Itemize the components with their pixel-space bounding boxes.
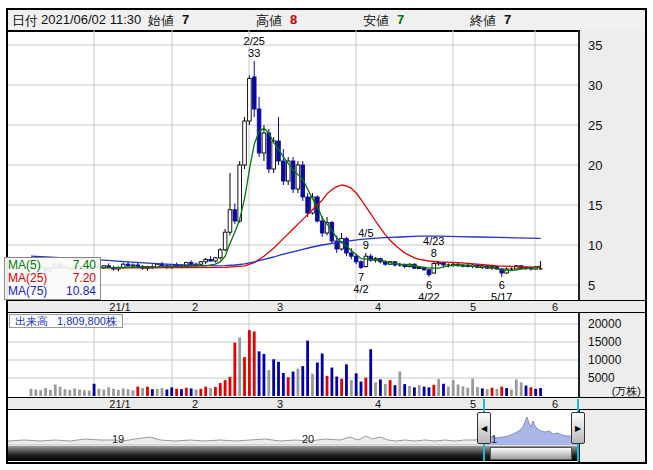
close-value: 7 xyxy=(504,12,511,27)
month-tick-label: 6 xyxy=(552,301,558,313)
low-value: 7 xyxy=(397,12,404,27)
annotation: 7 xyxy=(358,271,364,283)
annotation: 6 xyxy=(499,279,505,291)
annotation: 6 xyxy=(426,279,432,291)
x-axis-months-bottom: 21/123456 xyxy=(8,397,645,410)
price-tick-label: 25 xyxy=(588,118,602,133)
price-tick-label: 10 xyxy=(588,238,602,253)
month-tick-label: 5 xyxy=(470,301,476,313)
volume-label: 出来高 xyxy=(15,315,48,327)
annotation: 4/2 xyxy=(353,283,368,295)
ma-legend-row: MA(75)10.84 xyxy=(8,285,96,298)
close-label: 終値 xyxy=(470,12,496,30)
low-label: 安値 xyxy=(363,12,389,30)
date-value: 2021/06/02 11:30 xyxy=(41,12,141,27)
left-arrow-icon: ◀ xyxy=(481,424,487,433)
month-tick-label: 3 xyxy=(277,398,283,410)
ma-value: 10.84 xyxy=(66,285,96,298)
annotation: 33 xyxy=(248,47,260,59)
month-tick-label: 4 xyxy=(375,301,381,313)
year-label: 19 xyxy=(112,433,124,445)
month-tick-label: 2 xyxy=(192,398,198,410)
year-label: 20 xyxy=(302,433,314,445)
high-label: 高値 xyxy=(256,12,282,30)
price-tick-label: 20 xyxy=(588,158,602,173)
right-arrow-icon: ▶ xyxy=(575,424,581,433)
x-axis-months-top: 21/123456 xyxy=(8,300,645,313)
month-tick-label: 3 xyxy=(277,301,283,313)
price-tick-label: 30 xyxy=(588,78,602,93)
month-tick-label: 5 xyxy=(470,398,476,410)
open-label: 始値 xyxy=(148,12,174,30)
stock-chart-window: 日付 2021/06/02 11:30 始値 7 高値 8 安値 7 終値 7 … xyxy=(0,0,653,470)
month-tick-label: 2 xyxy=(192,301,198,313)
annotation: 4/23 xyxy=(423,235,444,247)
ma-legend: MA(5)7.40MA(25)7.20MA(75)10.84 xyxy=(4,257,101,300)
high-value: 8 xyxy=(290,12,297,27)
volume-tick-label: 20000 xyxy=(588,317,621,331)
annotation: 4/5 xyxy=(358,227,373,239)
navigator-left-arrow-button[interactable]: ◀ xyxy=(477,412,491,444)
month-tick-label: 4 xyxy=(375,398,381,410)
open-value: 7 xyxy=(182,12,189,27)
month-tick-label: 6 xyxy=(552,398,558,410)
annotation: 2/25 xyxy=(244,35,265,47)
volume-tick-label: 5000 xyxy=(588,371,615,385)
annotation: 8 xyxy=(431,247,437,259)
quote-header: 日付 2021/06/02 11:30 始値 7 高値 8 安値 7 終値 7 xyxy=(8,10,645,32)
volume-tick-label: 15000 xyxy=(588,335,621,349)
volume-value: 1,809,800株 xyxy=(57,315,117,327)
month-tick-label: 21/1 xyxy=(109,398,130,410)
price-tick-label: 5 xyxy=(588,278,595,293)
month-tick-label: 21/1 xyxy=(109,301,130,313)
ma-name: MA(75) xyxy=(8,285,47,298)
annotation: 9 xyxy=(363,239,369,251)
date-label: 日付 xyxy=(12,12,38,30)
volume-tick-label: 10000 xyxy=(588,353,621,367)
navigator-right-arrow-button[interactable]: ▶ xyxy=(571,412,585,444)
price-tick-label: 35 xyxy=(588,38,602,53)
volume-label-box: 出来高1,809,800株 xyxy=(9,314,123,328)
horizontal-scrollbar-thumb[interactable] xyxy=(490,447,572,460)
price-tick-label: 15 xyxy=(588,198,602,213)
